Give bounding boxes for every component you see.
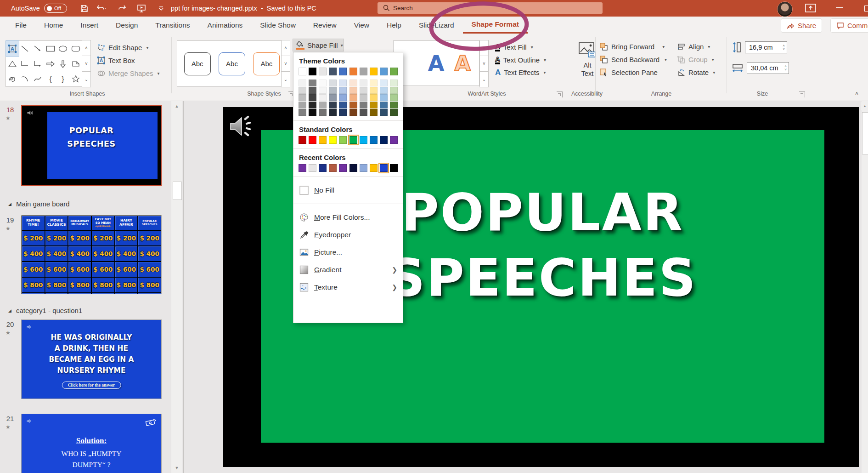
theme-color-variant-swatch[interactable] (360, 94, 367, 101)
ribbon-display-options-button[interactable] (805, 3, 817, 16)
theme-color-variant-swatch[interactable] (339, 102, 347, 108)
shape-star-icon[interactable] (69, 71, 82, 86)
theme-color-variant-swatch[interactable] (299, 102, 306, 108)
theme-color-swatch[interactable] (380, 68, 388, 75)
shape-style-preset[interactable]: Abc (184, 52, 211, 75)
shape-elbow-arrow-connector-icon[interactable] (31, 56, 44, 71)
save-button[interactable] (78, 2, 90, 14)
theme-color-variant-swatch[interactable] (390, 109, 398, 116)
gallery-scroll-up-button[interactable]: ˄ (82, 40, 91, 56)
theme-color-variant-swatch[interactable] (380, 87, 388, 94)
theme-color-variant-swatch[interactable] (339, 109, 347, 116)
theme-color-variant-swatch[interactable] (309, 80, 316, 86)
theme-color-variant-swatch[interactable] (390, 80, 398, 86)
theme-color-variant-swatch[interactable] (309, 94, 316, 101)
theme-color-variant-swatch[interactable] (319, 94, 327, 101)
theme-color-variant-swatch[interactable] (329, 109, 337, 116)
section-collapse-icon[interactable]: ◢ (8, 202, 11, 206)
group-button[interactable]: Group▾ (677, 56, 714, 63)
shape-triangle-icon[interactable] (6, 56, 19, 71)
theme-color-swatch[interactable] (329, 68, 337, 75)
gallery-scroll-down-button[interactable]: ˅ (82, 56, 91, 72)
recent-color-swatch[interactable] (309, 164, 316, 172)
scroll-up-button[interactable]: ▲ (861, 102, 868, 110)
theme-color-variant-swatch[interactable] (349, 102, 357, 108)
minimize-button[interactable] (836, 7, 843, 8)
redo-button[interactable] (116, 2, 128, 14)
theme-color-variant-swatch[interactable] (370, 80, 378, 86)
theme-color-variant-swatch[interactable] (360, 87, 367, 94)
canvas-scrollbar[interactable]: ▲ (862, 101, 868, 473)
customize-toolbar-button[interactable] (155, 2, 167, 14)
audio-icon[interactable] (229, 114, 255, 139)
recent-color-swatch[interactable] (390, 164, 398, 172)
theme-color-swatch[interactable] (319, 68, 327, 75)
theme-color-variant-swatch[interactable] (390, 94, 398, 101)
recent-color-swatch[interactable] (360, 164, 367, 172)
undo-button[interactable] (96, 2, 107, 14)
theme-color-variant-swatch[interactable] (309, 87, 316, 94)
shape-left-brace-icon[interactable]: { (44, 71, 57, 86)
slide-thumbnail-21[interactable]: Solution: WHO IS „HUMPTY DUMPTY“ ? (21, 414, 162, 473)
gallery-scroll-down-button[interactable]: ˅ (479, 56, 489, 72)
collapse-ribbon-button[interactable]: ˄ (855, 91, 858, 97)
theme-color-variant-swatch[interactable] (390, 102, 398, 108)
theme-color-swatch[interactable] (349, 68, 357, 75)
menu-item-eyedropper[interactable]: Eyedropper (293, 226, 403, 244)
theme-color-swatch[interactable] (360, 68, 367, 75)
scrollbar-thumb[interactable] (862, 112, 868, 154)
shape-style-preset[interactable]: Abc (253, 52, 280, 75)
shape-right-brace-icon[interactable]: } (57, 71, 70, 86)
menu-item-no-fill[interactable]: No Fill (293, 182, 403, 199)
tab-home[interactable]: Home (35, 17, 72, 34)
theme-color-variant-swatch[interactable] (329, 80, 337, 86)
theme-color-variant-swatch[interactable] (380, 102, 388, 108)
search-input[interactable]: Search (378, 2, 603, 14)
standard-color-swatch[interactable] (390, 136, 398, 144)
autosave-toggle[interactable]: Off (44, 4, 67, 13)
shape-arrow-right-icon[interactable] (44, 56, 57, 71)
text-outline-button[interactable]: A Text Outline▾ (495, 56, 546, 64)
gallery-scroll-up-button[interactable]: ˄ (479, 40, 489, 56)
theme-color-variant-swatch[interactable] (370, 109, 378, 116)
slide-thumbnail-18[interactable]: POPULAR SPEECHES (21, 105, 162, 186)
edit-shape-button[interactable]: Edit Shape▾ (97, 44, 148, 51)
text-fill-button[interactable]: A Text Fill▾ (495, 43, 533, 51)
theme-color-variant-swatch[interactable] (370, 94, 378, 101)
scroll-up-button[interactable]: ▲ (172, 101, 182, 111)
recent-color-swatch[interactable] (319, 164, 327, 172)
shape-scribble-icon[interactable] (6, 71, 19, 86)
gallery-more-button[interactable]: ⌄ (82, 71, 91, 87)
shape-line-icon[interactable] (19, 41, 32, 56)
section-header-main-game-board[interactable]: ◢ Main game board (8, 200, 70, 208)
wordart-style-preset[interactable]: A (454, 53, 471, 74)
theme-color-variant-swatch[interactable] (299, 109, 306, 116)
theme-color-variant-swatch[interactable] (360, 80, 367, 86)
menu-item-more-fill-colors[interactable]: More Fill Colors... (293, 209, 403, 226)
theme-color-variant-swatch[interactable] (319, 80, 327, 86)
theme-color-variant-swatch[interactable] (319, 102, 327, 108)
gallery-scroll-up-button[interactable]: ˄ (281, 40, 290, 56)
recent-color-swatch[interactable] (370, 164, 378, 172)
scroll-down-button[interactable]: ▼ (172, 463, 182, 473)
section-header-category1-question1[interactable]: ◢ category1 - question1 (8, 307, 82, 314)
theme-color-variant-swatch[interactable] (329, 87, 337, 94)
height-spinner[interactable]: ˄˅ (783, 44, 785, 51)
theme-color-variant-swatch[interactable] (309, 102, 316, 108)
autosave-control[interactable]: AutoSave Off (11, 0, 67, 17)
recent-color-swatch[interactable] (329, 164, 337, 172)
shape-fill-button[interactable]: Shape Fill ▾ (293, 39, 344, 51)
section-collapse-icon[interactable]: ◢ (8, 308, 11, 313)
shape-rectangle-icon[interactable] (44, 41, 57, 56)
shape-text-box-icon[interactable]: A (6, 41, 19, 56)
tab-design[interactable]: Design (107, 17, 147, 34)
standard-color-swatch[interactable] (299, 136, 306, 144)
standard-color-swatch[interactable] (309, 136, 316, 144)
shape-rounded-rectangle-icon[interactable] (69, 41, 82, 56)
alt-text-button[interactable]: Alt Text (574, 39, 601, 88)
gallery-more-button[interactable]: ⌄ (281, 71, 290, 87)
theme-color-variant-swatch[interactable] (370, 87, 378, 94)
text-box-button[interactable]: A Text Box (97, 57, 135, 64)
theme-color-variant-swatch[interactable] (299, 80, 306, 86)
avatar[interactable] (777, 1, 793, 17)
